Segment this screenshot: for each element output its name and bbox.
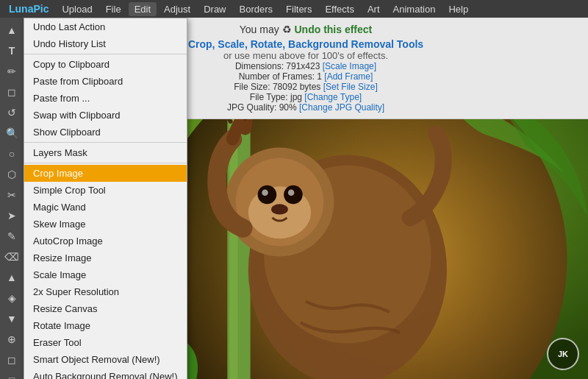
main-layout: ▲ T ✏ ◻ ↺ 🔍 ○ ⬡ ✂ ➤ ✎ ⌫ ▲ ◈ ▼ ⊕ ◻ □ Undo… (0, 18, 588, 379)
tool-select[interactable]: ▲ (2, 21, 21, 40)
left-toolbar: ▲ T ✏ ◻ ↺ 🔍 ○ ⬡ ✂ ➤ ✎ ⌫ ▲ ◈ ▼ ⊕ ◻ □ (0, 18, 24, 379)
menu-draw[interactable]: Draw (198, 2, 232, 16)
frames-link[interactable]: [Add Frame] (324, 71, 373, 82)
menu-item-super-res[interactable]: 2x Super Resolution (24, 283, 187, 300)
menu-filters[interactable]: Filters (280, 2, 318, 16)
menu-item-eraser[interactable]: Eraser Tool (24, 334, 187, 351)
menu-item-show-clipboard[interactable]: Show Clipboard (24, 124, 187, 141)
tool-fill[interactable]: ▲ (2, 268, 21, 287)
watermark: JK (547, 338, 579, 370)
menu-item-resize-canvas[interactable]: Resize Canvas (24, 300, 187, 317)
menu-item-rotate[interactable]: Rotate Image (24, 317, 187, 334)
tool-pencil[interactable]: ✏ (2, 62, 21, 81)
menu-item-layers-mask[interactable]: Layers Mask (24, 144, 187, 161)
svg-point-13 (271, 204, 288, 214)
menu-adjust[interactable]: Adjust (158, 2, 196, 16)
tool-wand[interactable]: □ (2, 371, 21, 379)
filetype-link[interactable]: [Change Type] (304, 92, 362, 102)
separator-1 (24, 54, 187, 54)
filetype-label: File Type: jpg (250, 92, 302, 102)
undo-prefix: You may (240, 24, 279, 35)
separator-2 (24, 142, 187, 143)
tool-brush[interactable]: ✎ (2, 227, 21, 246)
menu-item-copy[interactable]: Copy to Clipboard (24, 56, 187, 73)
svg-point-11 (262, 189, 268, 196)
edit-dropdown-menu: Undo Last Action Undo History List Copy … (24, 18, 187, 379)
tool-circle[interactable]: ○ (2, 144, 21, 163)
dimensions-link[interactable]: [Scale Image] (323, 61, 376, 71)
menu-item-paste-from[interactable]: Paste from ... (24, 90, 187, 107)
menu-item-swap[interactable]: Swap with Clipboard (24, 107, 187, 124)
menu-item-scale[interactable]: Scale Image (24, 266, 187, 283)
menu-item-undo-history[interactable]: Undo History List (24, 35, 187, 52)
menu-item-autocrop[interactable]: AutoCrop Image (24, 233, 187, 249)
menu-item-paste[interactable]: Paste from Clipboard (24, 73, 187, 90)
left-toolbar-container: ▲ T ✏ ◻ ↺ 🔍 ○ ⬡ ✂ ➤ ✎ ⌫ ▲ ◈ ▼ ⊕ ◻ □ Undo… (0, 18, 24, 379)
tool-clone[interactable]: ▼ (2, 309, 21, 328)
quality-link[interactable]: [Change JPG Quality] (299, 102, 384, 113)
undo-icon: ♻ (282, 24, 295, 35)
dimensions-label: Dimensions: 791x423 (235, 61, 320, 71)
menu-item-magic-wand[interactable]: Magic Wand (24, 199, 187, 216)
tool-eye[interactable]: ◈ (2, 288, 21, 308)
menu-art[interactable]: Art (362, 2, 386, 16)
tool-rotate[interactable]: ↺ (2, 103, 21, 122)
frames-label: Number of Frames: 1 (239, 71, 322, 82)
menu-item-simple-crop[interactable]: Simple Crop Tool (24, 182, 187, 199)
tool-text[interactable]: T (2, 41, 21, 60)
tool-arrow[interactable]: ➤ (2, 206, 21, 225)
svg-point-12 (288, 189, 295, 196)
menu-item-auto-bg-remove[interactable]: Auto Background Removal (New!) (24, 368, 187, 379)
menu-item-undo-last[interactable]: Undo Last Action (24, 18, 187, 35)
tool-eraser[interactable]: ⌫ (2, 247, 21, 266)
filesize-label: File Size: 78092 bytes (234, 82, 320, 92)
menu-item-crop-image[interactable]: Crop Image (24, 165, 187, 182)
menu-item-smart-remove[interactable]: Smart Object Removal (New!) (24, 351, 187, 368)
tool-zoom[interactable]: 🔍 (2, 124, 21, 143)
tool-shape[interactable]: ◻ (2, 82, 21, 102)
undo-link[interactable]: Undo this effect (294, 24, 372, 35)
menu-help[interactable]: Help (442, 2, 474, 16)
tool-rect[interactable]: ◻ (2, 350, 21, 369)
tool-polygon[interactable]: ⬡ (2, 165, 21, 184)
menu-item-skew[interactable]: Skew Image (24, 216, 187, 233)
filesize-link[interactable]: [Set File Size] (323, 82, 378, 92)
menu-borders[interactable]: Borders (234, 2, 279, 16)
menu-file[interactable]: File (100, 2, 127, 16)
app-logo: LunaPic (3, 1, 54, 16)
menu-animation[interactable]: Animation (387, 2, 442, 16)
tool-plus[interactable]: ⊕ (2, 330, 21, 349)
menu-bar: LunaPic Upload File Edit Adjust Draw Bor… (0, 0, 588, 18)
menu-upload[interactable]: Upload (56, 2, 98, 16)
menu-effects[interactable]: Effects (319, 2, 360, 16)
menu-edit[interactable]: Edit (129, 2, 157, 16)
tool-cut[interactable]: ✂ (2, 185, 21, 205)
quality-label: JPG Quality: 90% (227, 102, 297, 113)
watermark-text: JK (558, 350, 568, 358)
menu-item-resize[interactable]: Resize Image (24, 249, 187, 266)
separator-3 (24, 163, 187, 163)
